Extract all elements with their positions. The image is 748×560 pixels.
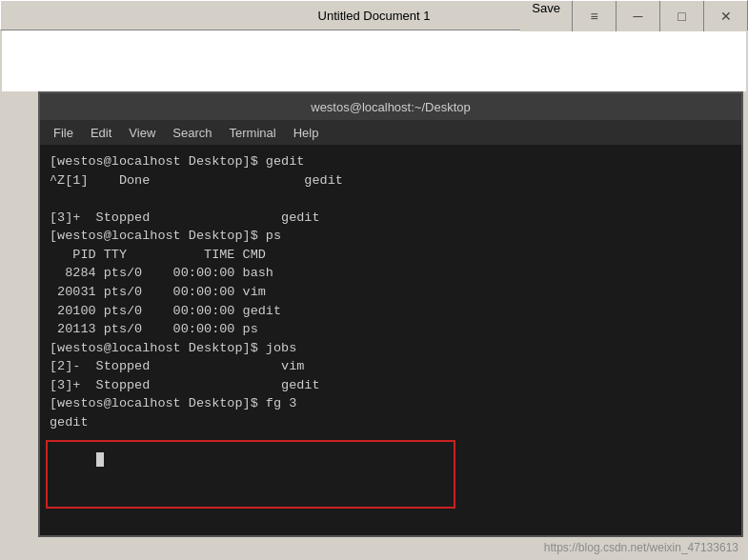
terminal-titlebar: westos@localhost:~/Desktop (40, 93, 741, 120)
maximize-button[interactable]: □ (659, 1, 703, 31)
terminal-line: [westos@localhost Desktop]$ jobs (50, 339, 732, 358)
terminal-cursor-line (50, 431, 732, 488)
terminal-line: [westos@localhost Desktop]$ gedit (50, 152, 732, 171)
terminal-line: [2]- Stopped vim (50, 357, 732, 376)
save-button[interactable]: Save (520, 1, 572, 31)
gedit-titlebar: Untitled Document 1 Save ≡ ─ □ ✕ (0, 0, 748, 30)
url-text: https://blog.csdn.net/weixin_47133613 (544, 541, 738, 554)
terminal-line: [westos@localhost Desktop]$ fg 3 (50, 394, 732, 413)
terminal-line (50, 190, 732, 209)
terminal-menubar: File Edit View Search Terminal Help (40, 120, 741, 145)
menu-help[interactable]: Help (286, 124, 327, 142)
window-controls: Save ≡ ─ □ ✕ (520, 1, 747, 31)
menu-button[interactable]: ≡ (572, 1, 616, 31)
terminal-output: [westos@localhost Desktop]$ gedit^Z[1] D… (50, 152, 732, 431)
terminal-line: 8284 pts/0 00:00:00 bash (50, 264, 732, 283)
terminal-line: [3]+ Stopped gedit (50, 209, 732, 228)
terminal-line: gedit (50, 413, 732, 432)
terminal-line: 20100 pts/0 00:00:00 gedit (50, 302, 732, 321)
gedit-content-area[interactable] (2, 30, 746, 91)
terminal-line: ^Z[1] Done gedit (50, 171, 732, 190)
terminal-line: [westos@localhost Desktop]$ ps (50, 227, 732, 246)
close-button[interactable]: ✕ (703, 1, 747, 31)
menu-edit[interactable]: Edit (83, 124, 119, 142)
gedit-window-title: Untitled Document 1 (318, 9, 431, 23)
terminal-window: westos@localhost:~/Desktop File Edit Vie… (38, 91, 743, 537)
menu-terminal[interactable]: Terminal (222, 124, 284, 142)
terminal-line: 20113 pts/0 00:00:00 ps (50, 320, 732, 339)
menu-view[interactable]: View (121, 124, 163, 142)
menu-file[interactable]: File (46, 124, 81, 142)
menu-search[interactable]: Search (165, 124, 219, 142)
terminal-line: 20031 pts/0 00:00:00 vim (50, 283, 732, 302)
url-bar: https://blog.csdn.net/weixin_47133613 (544, 541, 738, 554)
terminal-body[interactable]: [westos@localhost Desktop]$ gedit^Z[1] D… (40, 145, 741, 535)
minimize-button[interactable]: ─ (616, 1, 659, 31)
terminal-line: [3]+ Stopped gedit (50, 376, 732, 395)
terminal-line: PID TTY TIME CMD (50, 246, 732, 265)
terminal-title: westos@localhost:~/Desktop (311, 100, 470, 114)
